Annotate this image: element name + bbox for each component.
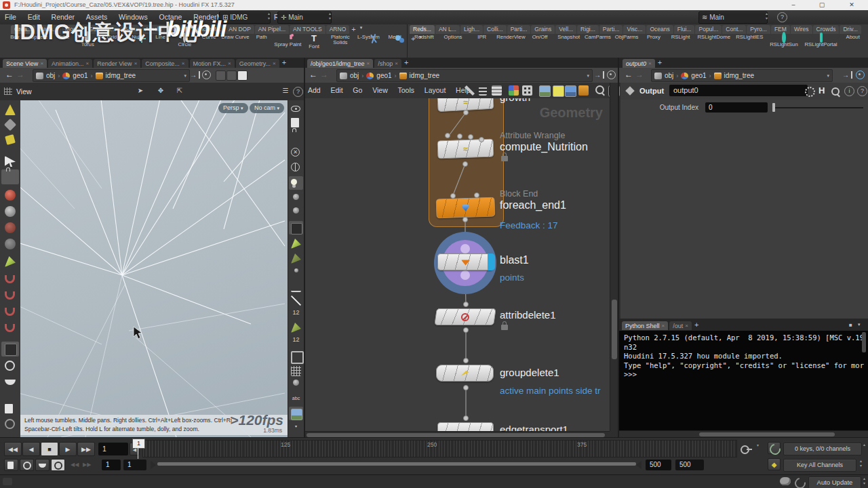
node-attribdelete1[interactable] bbox=[434, 308, 496, 325]
tab-motion-fx[interactable]: Motion FX...× bbox=[190, 59, 235, 68]
persp-selector[interactable]: Persp ▾ bbox=[218, 103, 248, 113]
tab-composite[interactable]: Composite...× bbox=[142, 59, 188, 68]
console-scrollbar[interactable] bbox=[862, 332, 866, 352]
shelf-tab[interactable]: Grains bbox=[531, 25, 555, 34]
tab-out[interactable]: /out× bbox=[669, 321, 692, 330]
net-menu-tools[interactable]: Tools bbox=[394, 83, 419, 94]
lighting-bulb-icon[interactable] bbox=[291, 179, 297, 185]
shelf-tab[interactable]: Parti... bbox=[507, 25, 531, 34]
node-port[interactable] bbox=[463, 327, 469, 333]
step-back-button[interactable]: ◀ bbox=[22, 442, 40, 456]
back-icon[interactable]: ← bbox=[5, 70, 14, 80]
shelf-tab[interactable]: Colli... bbox=[484, 25, 507, 34]
close-icon[interactable]: × bbox=[86, 60, 90, 66]
timeline-ruler[interactable]: 1 125 250 375 bbox=[142, 440, 737, 458]
forward-icon[interactable]: → bbox=[635, 70, 644, 80]
shelf-tool-camparms[interactable]: CamParms bbox=[583, 34, 612, 57]
show-handles-icon[interactable] bbox=[5, 104, 16, 115]
shelf-tool-options[interactable]: Options bbox=[439, 34, 468, 57]
shelf-tab[interactable]: FEM bbox=[771, 25, 790, 34]
close-icon[interactable]: × bbox=[273, 60, 276, 66]
tab-output0[interactable]: output0× bbox=[623, 59, 655, 68]
shading-mode-icon[interactable] bbox=[5, 380, 16, 385]
maximize-button[interactable]: ▢ bbox=[808, 0, 835, 10]
help-icon[interactable]: ? bbox=[857, 86, 867, 96]
close-icon[interactable]: × bbox=[395, 60, 398, 66]
node-port[interactable] bbox=[463, 385, 469, 390]
add-shelf-tab-button[interactable]: + bbox=[351, 25, 355, 33]
shelf-tab[interactable]: AN Pipel... bbox=[255, 25, 289, 34]
shelf-tool-ipr[interactable]: IPR bbox=[467, 34, 496, 57]
select-tool-icon[interactable]: ➤ bbox=[136, 87, 145, 96]
shelf-tab[interactable]: Flui... bbox=[674, 25, 695, 34]
abc-text-icon[interactable]: abc bbox=[291, 393, 301, 403]
snap-edge-icon[interactable] bbox=[5, 291, 15, 300]
scrollbar-thumb[interactable] bbox=[699, 432, 835, 436]
jump-end-button[interactable]: ▶▶ bbox=[77, 442, 95, 456]
node-label[interactable]: foreach_end1 bbox=[500, 199, 566, 211]
paint-select-icon[interactable] bbox=[5, 256, 16, 267]
node-label[interactable]: blast1 bbox=[500, 254, 529, 266]
houdini-op-icon[interactable]: H bbox=[818, 85, 825, 96]
desktop-spinner[interactable]: ▴▾ bbox=[266, 12, 272, 22]
keys-summary-combo[interactable]: 0 keys, 0/0 channels bbox=[783, 443, 862, 455]
close-icon[interactable]: × bbox=[228, 60, 231, 66]
node-port[interactable] bbox=[463, 302, 469, 307]
secure-selection-lock-icon[interactable] bbox=[5, 171, 16, 182]
help-icon[interactable]: ? bbox=[293, 87, 303, 97]
tab-python-shell[interactable]: Python Shell× bbox=[622, 321, 668, 330]
shelf-tab[interactable]: Popul... bbox=[695, 25, 722, 34]
world-icon[interactable] bbox=[291, 163, 300, 171]
scene-breadcrumb[interactable]: obj› geo1› idmg_tree ▾ bbox=[33, 69, 190, 82]
main-desktop-spinner[interactable]: ▴▾ bbox=[764, 12, 770, 22]
flipbook-icon[interactable] bbox=[5, 419, 15, 429]
snap-point-icon[interactable] bbox=[5, 308, 15, 316]
gear-icon[interactable] bbox=[805, 87, 815, 97]
key-icon[interactable] bbox=[741, 445, 749, 454]
main-take-selector[interactable]: ✛ Main bbox=[277, 12, 332, 24]
recook-icon[interactable] bbox=[793, 476, 808, 488]
view-ring-icon[interactable] bbox=[5, 361, 15, 371]
python-console[interactable]: Python 2.7.15 (default, Apr 8 2019, 15:3… bbox=[619, 331, 868, 430]
tab-animation[interactable]: Animation...× bbox=[48, 59, 92, 68]
blast1-output-port[interactable] bbox=[460, 270, 470, 280]
shelf-tab[interactable]: Vell... bbox=[555, 25, 576, 34]
background-image-icon[interactable] bbox=[539, 85, 551, 97]
update-mode-combo[interactable]: Auto Update bbox=[808, 476, 861, 488]
select-edges-icon[interactable] bbox=[5, 222, 16, 233]
desktop-selector[interactable]: ⊞ IDMG bbox=[219, 12, 271, 24]
view-option-button[interactable] bbox=[237, 70, 248, 81]
select-objects-icon[interactable] bbox=[5, 190, 16, 201]
shelf-tab-menu[interactable]: ▾ bbox=[360, 25, 363, 30]
shelf-tool-objparms[interactable]: ObjParms bbox=[612, 34, 642, 57]
hide-objects-icon[interactable]: ✕ bbox=[291, 148, 300, 157]
pane-maximize-icon[interactable]: ■ bbox=[849, 322, 852, 328]
keys-spinner[interactable]: ▴ bbox=[861, 443, 867, 453]
snap-grid-icon[interactable] bbox=[5, 275, 15, 283]
tab-geometry[interactable]: Geometry...× bbox=[236, 59, 279, 68]
pane-menu-icon[interactable]: ▾ bbox=[858, 322, 861, 327]
range-start-field2[interactable]: 1 bbox=[123, 460, 146, 470]
close-icon[interactable]: × bbox=[648, 60, 652, 66]
shelf-tab[interactable]: Visc... bbox=[623, 25, 646, 34]
realtime-toggle-button[interactable] bbox=[4, 459, 18, 471]
display-options-icon[interactable]: ☰ bbox=[281, 87, 290, 96]
keyframe-button[interactable]: ◆ bbox=[768, 458, 781, 470]
pane-divider[interactable] bbox=[618, 58, 619, 437]
chevron-down-icon[interactable]: ▾ bbox=[587, 73, 589, 79]
info-icon[interactable]: i bbox=[844, 86, 854, 96]
back-icon[interactable]: ← bbox=[309, 70, 317, 80]
visibility-eye-icon[interactable] bbox=[291, 106, 300, 112]
pin-icon[interactable]: → bbox=[190, 71, 200, 79]
origin-marker-icon[interactable] bbox=[293, 380, 299, 386]
curve-marker-icon[interactable] bbox=[291, 281, 301, 292]
node-port[interactable] bbox=[462, 217, 468, 222]
new-tab-button[interactable]: + bbox=[694, 321, 698, 329]
target-icon[interactable] bbox=[856, 70, 865, 79]
prim-number-icon[interactable]: 12 bbox=[291, 335, 301, 345]
tab-scene-view[interactable]: Scene View× bbox=[3, 59, 47, 68]
update-mode-spinner[interactable]: ▴▾ bbox=[861, 476, 867, 487]
help-icon[interactable]: ? bbox=[777, 12, 787, 22]
shelf-tool-metal[interactable]: Metal bbox=[382, 34, 407, 57]
node-edgetransport1[interactable] bbox=[437, 422, 494, 431]
